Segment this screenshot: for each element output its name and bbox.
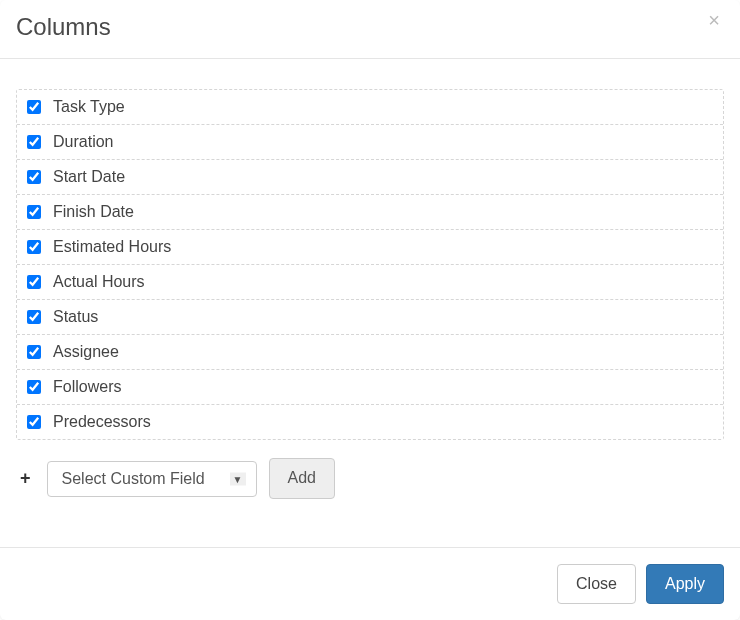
modal-title: Columns xyxy=(16,14,111,40)
column-item[interactable]: Assignee xyxy=(17,335,723,370)
column-item[interactable]: Finish Date xyxy=(17,195,723,230)
add-button[interactable]: Add xyxy=(269,458,335,498)
custom-field-select-label: Select Custom Field xyxy=(62,470,205,488)
column-list: Task TypeDurationStart DateFinish DateEs… xyxy=(16,89,724,440)
column-item[interactable]: Actual Hours xyxy=(17,265,723,300)
column-label: Start Date xyxy=(53,168,125,186)
modal-footer: Close Apply xyxy=(0,547,740,620)
column-item[interactable]: Followers xyxy=(17,370,723,405)
column-item[interactable]: Status xyxy=(17,300,723,335)
column-item[interactable]: Estimated Hours xyxy=(17,230,723,265)
columns-modal: Columns × Task TypeDurationStart DateFin… xyxy=(0,0,740,620)
modal-header: Columns × xyxy=(0,0,740,59)
column-item[interactable]: Predecessors xyxy=(17,405,723,439)
column-checkbox[interactable] xyxy=(27,275,41,289)
column-checkbox[interactable] xyxy=(27,415,41,429)
column-label: Duration xyxy=(53,133,113,151)
column-label: Predecessors xyxy=(53,413,151,431)
custom-field-select[interactable]: Select Custom Field xyxy=(47,461,257,497)
column-checkbox[interactable] xyxy=(27,240,41,254)
column-checkbox[interactable] xyxy=(27,135,41,149)
close-button[interactable]: Close xyxy=(557,564,636,604)
close-icon[interactable]: × xyxy=(704,10,724,30)
column-label: Finish Date xyxy=(53,203,134,221)
column-label: Assignee xyxy=(53,343,119,361)
column-label: Status xyxy=(53,308,98,326)
column-item[interactable]: Start Date xyxy=(17,160,723,195)
modal-body: Task TypeDurationStart DateFinish DateEs… xyxy=(0,59,740,546)
column-label: Estimated Hours xyxy=(53,238,171,256)
plus-icon: + xyxy=(16,468,35,489)
column-checkbox[interactable] xyxy=(27,170,41,184)
apply-button-label: Apply xyxy=(665,573,705,595)
add-custom-field-row: + Select Custom Field Add xyxy=(16,458,724,498)
column-checkbox[interactable] xyxy=(27,100,41,114)
column-label: Followers xyxy=(53,378,121,396)
column-checkbox[interactable] xyxy=(27,345,41,359)
close-button-label: Close xyxy=(576,573,617,595)
column-item[interactable]: Task Type xyxy=(17,90,723,125)
column-checkbox[interactable] xyxy=(27,205,41,219)
apply-button[interactable]: Apply xyxy=(646,564,724,604)
column-item[interactable]: Duration xyxy=(17,125,723,160)
column-label: Task Type xyxy=(53,98,125,116)
column-checkbox[interactable] xyxy=(27,380,41,394)
column-label: Actual Hours xyxy=(53,273,145,291)
add-button-label: Add xyxy=(288,467,316,489)
column-checkbox[interactable] xyxy=(27,310,41,324)
